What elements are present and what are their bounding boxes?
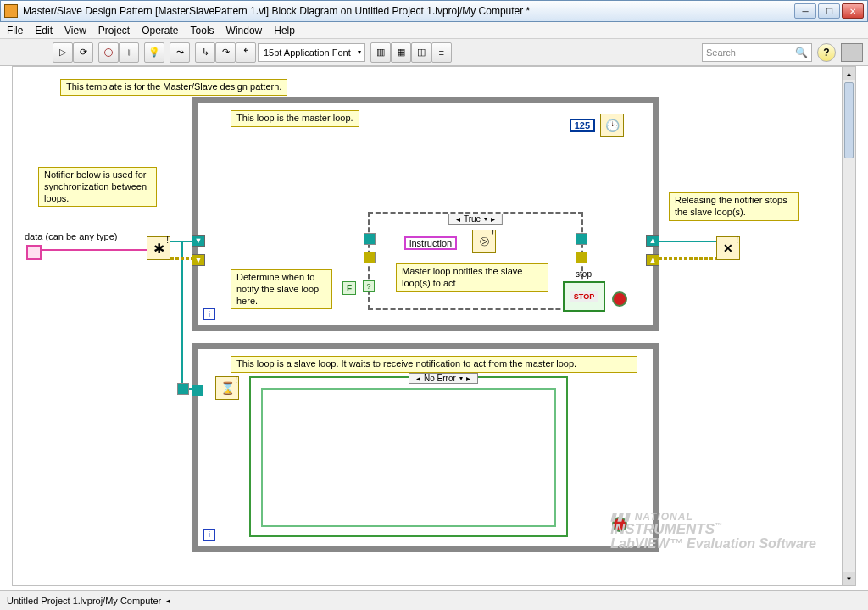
case-tunnel-out-teal <box>576 233 587 245</box>
case-tunnel-out-yellow <box>576 252 587 263</box>
search-placeholder: Search <box>706 47 736 58</box>
status-chevron-icon[interactable]: ◂ <box>166 596 170 605</box>
status-path: Untitled Project 1.lvproj/My Computer <box>7 596 161 606</box>
case-selector[interactable]: ◂ True ▾ ▸ <box>448 214 503 225</box>
pause-button[interactable]: ॥ <box>119 42 139 63</box>
slave-case-label: No Error <box>424 374 456 383</box>
shiftreg-left-yellow: ▼ <box>192 254 205 266</box>
false-constant[interactable]: F <box>342 281 356 295</box>
chevron-left-icon[interactable]: ◂ <box>416 374 420 383</box>
block-diagram[interactable]: This template is for the Master/Slave de… <box>13 67 842 585</box>
release-notifier-node[interactable]: ✕ ! <box>716 236 740 260</box>
shiftreg-right-teal: ▲ <box>646 235 659 247</box>
step-over-button[interactable]: ↷ <box>215 42 236 63</box>
note-template: This template is for the Master/Slave de… <box>60 79 287 96</box>
chevron-right-icon[interactable]: ▸ <box>491 214 495 224</box>
data-terminal[interactable] <box>26 245 42 260</box>
canvas-frame: This template is for the Master/Slave de… <box>12 66 856 586</box>
run-continuous-button[interactable]: ⟳ <box>73 42 93 63</box>
minimize-button[interactable]: ─ <box>794 3 816 19</box>
note-master-notify: Master loop notifies the slave loop(s) t… <box>396 263 548 292</box>
scroll-thumb[interactable] <box>844 82 854 158</box>
close-button[interactable]: ✕ <box>842 3 864 19</box>
case-tunnel-in-teal <box>364 233 376 245</box>
scroll-up-icon[interactable]: ▲ <box>843 67 855 80</box>
help-button[interactable]: ? <box>817 43 836 62</box>
chevron-left-icon[interactable]: ◂ <box>456 214 460 224</box>
stop-label: stop <box>576 269 592 279</box>
highlight-exec-button[interactable]: 💡 <box>144 42 164 63</box>
slave-while-loop[interactable]: This loop is a slave loop. It waits to r… <box>192 343 659 552</box>
menu-project[interactable]: Project <box>98 25 130 36</box>
abort-button[interactable] <box>98 42 119 63</box>
case-selector-terminal: ? <box>363 280 375 292</box>
shiftreg-left-teal: ▼ <box>192 235 205 247</box>
note-determine: Determine when to notify the slave loop … <box>231 269 332 309</box>
data-label: data (can be any type) <box>25 231 117 241</box>
resize-button[interactable]: ◫ <box>411 42 431 63</box>
retain-wires-button[interactable]: ⤳ <box>170 42 190 63</box>
send-notification-node[interactable]: ⧁ ! <box>472 230 496 253</box>
case-structure-master[interactable]: ◂ True ▾ ▸ ? instruction ⧁ ! <box>368 212 583 310</box>
stop-button-inner: STOP <box>570 291 598 302</box>
note-master: This loop is the master loop. <box>231 110 359 127</box>
vi-icon[interactable] <box>841 43 863 62</box>
chevron-right-icon[interactable]: ▸ <box>466 374 470 383</box>
wait-ms-node[interactable]: 🕑 <box>600 114 624 137</box>
wait-on-notification-node[interactable]: ⌛ ! <box>215 376 239 400</box>
menu-file[interactable]: File <box>7 25 23 36</box>
obtain-notifier-node[interactable]: ✱ ! <box>147 236 170 260</box>
chevron-down-icon[interactable]: ▾ <box>484 215 487 223</box>
align-button[interactable]: ▥ <box>370 42 391 63</box>
app-icon <box>4 4 18 18</box>
vertical-scrollbar[interactable]: ▲ ▼ <box>842 67 855 585</box>
menu-edit[interactable]: Edit <box>35 25 53 36</box>
search-input[interactable]: Search 🔍 <box>702 43 812 62</box>
tunnel-branch <box>177 383 189 395</box>
iteration-terminal: i <box>203 308 215 320</box>
menu-help[interactable]: Help <box>274 25 295 36</box>
slave-loop-condition-terminal[interactable] <box>612 517 627 532</box>
instruction-label[interactable]: instruction <box>404 236 457 250</box>
loop-condition-terminal[interactable] <box>612 291 627 307</box>
step-into-button[interactable]: ↳ <box>195 42 215 63</box>
slave-inner-frame <box>261 388 556 527</box>
note-notifier: Notifier below is used for synchronizati… <box>38 167 157 207</box>
timeout-constant[interactable]: 125 <box>570 119 595 132</box>
maximize-button[interactable]: ☐ <box>818 3 840 19</box>
search-icon: 🔍 <box>795 47 808 58</box>
shiftreg-right-yellow: ▲ <box>646 254 659 266</box>
chevron-down-icon[interactable]: ▾ <box>459 374 463 382</box>
menu-window[interactable]: Window <box>226 25 263 36</box>
case-label: True <box>464 214 481 224</box>
menubar: File Edit View Project Operate Tools Win… <box>0 22 868 39</box>
slave-case-selector[interactable]: ◂ No Error ▾ ▸ <box>409 373 478 384</box>
step-out-button[interactable]: ↰ <box>236 42 256 63</box>
distribute-button[interactable]: ▦ <box>391 42 411 63</box>
case-tunnel-in-yellow <box>364 252 376 263</box>
status-bar: Untitled Project 1.lvproj/My Computer ◂ <box>0 590 868 610</box>
slave-tunnel-teal <box>192 385 203 396</box>
note-slave: This loop is a slave loop. It waits to r… <box>231 356 637 373</box>
master-while-loop[interactable]: This loop is the master loop. 125 🕑 ▼ ▼ … <box>192 97 659 331</box>
toolbar: ▷ ⟳ ॥ 💡 ⤳ ↳ ↷ ↰ 15pt Application Font ▥ … <box>0 39 868 66</box>
window-title: Master/Slave Design Pattern [MasterSlave… <box>23 5 794 17</box>
scroll-down-icon[interactable]: ▼ <box>843 572 855 585</box>
menu-view[interactable]: View <box>64 25 86 36</box>
menu-operate[interactable]: Operate <box>142 25 178 36</box>
note-release: Releasing the notifier stops the slave l… <box>669 192 799 221</box>
titlebar: Master/Slave Design Pattern [MasterSlave… <box>0 0 868 22</box>
stop-control[interactable]: STOP <box>563 281 605 312</box>
run-button[interactable]: ▷ <box>53 42 73 63</box>
menu-tools[interactable]: Tools <box>191 25 214 36</box>
font-select[interactable]: 15pt Application Font <box>258 43 365 62</box>
reorder-button[interactable]: ≡ <box>431 42 452 63</box>
slave-iteration-terminal: i <box>203 529 215 541</box>
